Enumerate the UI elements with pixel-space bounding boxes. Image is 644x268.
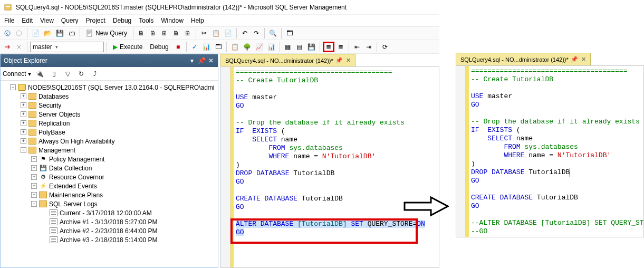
oe-connect-button[interactable]: Connect ▾ [3,70,31,78]
tab-pin-icon[interactable]: 📌 [571,56,578,63]
oe-dropdown-icon[interactable]: ▾ [188,57,196,64]
estimated-plan-button[interactable]: 📊 [201,42,212,52]
sql-editor-toolbar: master▾ ▶Execute Debug ■ ✓ 📊 🗔 📋 🌳 📈 📊 ▦… [0,40,439,54]
find-button[interactable]: 🔍 [267,28,278,39]
database-combo[interactable]: master▾ [30,42,104,52]
window-title: SQLQuery4.sql - NODE5\SQL2016ST.master (… [16,4,347,11]
debug-button[interactable]: Debug [147,43,171,51]
object-explorer-panel: Object Explorer ▾ 📌 ✕ Connect ▾ 🔌 ▯ ▽ ↻ … [0,54,218,268]
object-explorer-toolbar: Connect ▾ 🔌 ▯ ▽ ↻ ⤴ [1,67,218,81]
uncomment-button[interactable]: ≣ [335,42,346,52]
de-button[interactable]: 🗎 [136,28,147,39]
tab-close-icon[interactable]: ✕ [346,57,351,64]
mdx-button[interactable]: 🗎 [148,28,158,39]
increase-indent-button[interactable]: ⇥ [363,42,374,52]
menu-window[interactable]: Window [161,17,184,24]
tree-node[interactable]: +💾Data Collection [1,164,218,173]
oe-stop-button[interactable]: ▯ [49,69,59,79]
tree-node[interactable]: +PolyBase [1,128,218,137]
code-editor-right[interactable]: ====================================== -… [456,65,644,237]
editor-area-left: SQLQuery4.sql - NO...dministrator (142))… [218,54,439,268]
tab-pin-icon[interactable]: 📌 [335,57,343,64]
dmx-button[interactable]: 🗎 [159,28,170,39]
results-grid-button[interactable]: ▤ [294,42,305,52]
new-query-button[interactable]: New Query [83,30,130,37]
connection-button[interactable] [14,42,24,52]
results-text-button[interactable]: ▦ [283,42,293,52]
tree-node[interactable]: +Replication [1,119,218,128]
tree-node[interactable]: +Server Objects [1,110,218,119]
tree-node[interactable]: +Always On High Availability [1,137,218,146]
paste-button[interactable]: 📄 [223,28,234,39]
specify-values-button[interactable]: ⟳ [380,42,390,52]
query-options-button[interactable]: 🗔 [213,42,224,52]
menu-view[interactable]: View [40,17,54,24]
tree-node[interactable]: Archive #1 - 3/13/2018 5:27:00 PM [1,217,218,226]
tree-node[interactable]: Archive #3 - 2/18/2018 5:14:00 PM [1,235,218,244]
xmla-button[interactable]: 🗎 [171,28,181,39]
props-button[interactable]: 🗔 [284,28,295,39]
document-tab[interactable]: SQLQuery4.sql - NO...dministrator (142))… [220,54,355,66]
results-file-button[interactable]: 💾 [306,42,317,52]
intellisense-button[interactable]: 📋 [229,42,241,52]
object-explorer-title: Object Explorer ▾ 📌 ✕ [1,54,218,67]
menu-edit[interactable]: Edit [22,17,33,24]
menu-help[interactable]: Help [191,17,204,24]
oe-refresh-button[interactable]: ↻ [76,69,86,79]
menu-project[interactable]: Project [86,17,105,24]
tree-node[interactable]: +⚡Extended Events [1,181,218,190]
svg-rect-0 [5,5,11,10]
title-bar: SQLQuery4.sql - NODE5\SQL2016ST.master (… [0,0,439,15]
decrease-indent-button[interactable]: ⇤ [352,42,362,52]
cut-button[interactable]: ✂ [199,28,209,39]
app-icon [3,3,13,12]
menu-bar: File Edit View Query Project Debug Tools… [0,15,439,26]
actual-plan-button[interactable]: 🌳 [242,42,253,52]
tab-close-icon[interactable]: ✕ [581,56,586,63]
document-tab-right[interactable]: SQLQuery4.sql - NO...dministrator (142))… [456,53,591,65]
copy-button[interactable]: 📋 [210,28,222,39]
document-tabs-right: SQLQuery4.sql - NO...dministrator (142))… [456,53,644,65]
save-button[interactable]: 💾 [54,28,65,39]
oe-disconnect-button[interactable]: 🔌 [34,69,45,79]
change-connection-button[interactable] [2,42,13,52]
tree-node[interactable]: +⚙Resource Governor [1,173,218,181]
oe-pin-icon[interactable]: 📌 [198,57,205,64]
menu-debug[interactable]: Debug [113,17,131,24]
comment-button[interactable]: ≣ [323,42,334,52]
stop-button[interactable]: ■ [173,42,184,52]
menu-tools[interactable]: Tools [139,17,153,24]
execute-button[interactable]: ▶Execute [110,43,146,51]
oe-filter-button[interactable]: ▽ [62,69,73,79]
tree-node[interactable]: −SQL Server Logs [1,199,218,208]
tree-node[interactable]: +⚑Policy Management [1,155,218,164]
tree-server-node[interactable]: −NODE5\SQL2016ST (SQL Server 13.0.2164.0… [1,83,218,92]
save-all-button[interactable]: 🗃 [66,28,77,39]
tree-node[interactable]: −Management [1,146,218,155]
client-stats-button[interactable]: 📊 [266,42,277,52]
parse-button[interactable]: ✓ [189,42,200,52]
nav-fwd-button[interactable] [14,28,24,39]
tree-node[interactable]: +Security [1,101,218,110]
redo-button[interactable]: ↷ [251,28,262,39]
oe-close-icon[interactable]: ✕ [207,57,215,64]
new-button[interactable]: 📄 [30,28,41,39]
menu-file[interactable]: File [4,17,14,24]
tree-node[interactable]: +Databases [1,92,218,101]
code-editor-left[interactable]: ====================================== -… [220,66,439,268]
live-stats-button[interactable]: 📈 [254,42,265,52]
svg-point-2 [5,31,10,36]
dax-button[interactable]: 🗎 [182,28,193,39]
object-explorer-tree[interactable]: −NODE5\SQL2016ST (SQL Server 13.0.2164.0… [1,81,218,246]
oe-up-button[interactable]: ⤴ [90,69,100,79]
menu-query[interactable]: Query [61,17,79,24]
tree-node[interactable]: +Maintenance Plans [1,190,218,199]
open-button[interactable]: 📂 [42,28,53,39]
svg-rect-4 [87,30,92,36]
tree-node[interactable]: Current - 3/17/2018 12:00:00 AM [1,208,218,217]
undo-button[interactable]: ↶ [239,28,250,39]
nav-back-button[interactable] [2,28,13,39]
tree-node[interactable]: Archive #2 - 2/23/2018 6:44:00 PM [1,226,218,235]
svg-point-3 [16,31,22,36]
arrow-icon [403,195,449,217]
